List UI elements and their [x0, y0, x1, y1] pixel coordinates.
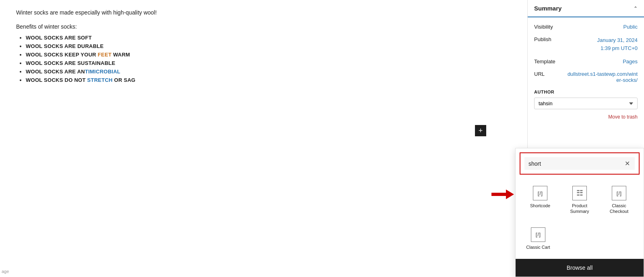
list-item: WOOL SOCKS KEEP YOUR FEET WARM — [26, 52, 511, 58]
highlight-anti: TIMICROBIAL — [85, 69, 120, 75]
highlight-stretch: STRETCH — [87, 77, 113, 83]
classic-checkout-block-item[interactable]: [/] Classic Checkout — [601, 182, 637, 219]
list-item: WOOL SOCKS ARE DURABLE — [26, 43, 511, 49]
block-search-input[interactable] — [528, 160, 624, 167]
classic-cart-icon: [/] — [531, 227, 545, 242]
publish-label: Publish — [534, 36, 566, 42]
url-value[interactable]: dullstreet.s1-tastewp.com/winter-socks/ — [566, 71, 638, 83]
add-block-button-area: + — [475, 125, 486, 136]
template-row: Template Pages — [534, 58, 638, 65]
page-label: age — [2, 269, 9, 274]
list-item: WOOL SOCKS DO NOT STRETCH OR SAG — [26, 77, 511, 83]
author-section: AUTHOR tahsin — [534, 90, 638, 109]
red-arrow-indicator — [491, 189, 514, 200]
product-summary-block-item[interactable]: ☷ Product Summary — [561, 182, 598, 219]
svg-marker-0 — [491, 190, 514, 199]
product-summary-icon: ☷ — [572, 186, 587, 200]
publish-row: Publish January 31, 20241:39 pm UTC+0 — [534, 36, 638, 52]
template-value[interactable]: Pages — [623, 58, 638, 65]
intro-paragraph: Winter socks are made especially with hi… — [16, 8, 511, 17]
visibility-row: Visibility Public — [534, 24, 638, 30]
summary-panel-header[interactable]: Summary ⌃ — [528, 0, 644, 17]
list-item: WOOL SOCKS ARE SUSTAINABLE — [26, 60, 511, 66]
classic-cart-row: [/] Classic Cart — [516, 222, 644, 259]
block-inserter-popup: ✕ [/] Shortcode ☷ Product Summary [/] Cl… — [515, 148, 644, 277]
browse-all-button[interactable]: Browse all — [516, 259, 644, 277]
publish-value[interactable]: January 31, 20241:39 pm UTC+0 — [597, 36, 638, 52]
list-item: WOOL SOCKS ARE ANTIMICROBIAL — [26, 69, 511, 75]
author-label: AUTHOR — [534, 90, 638, 94]
search-wrapper: ✕ — [520, 152, 640, 175]
classic-checkout-icon: [/] — [612, 186, 626, 200]
highlight-feet: FEET — [98, 52, 111, 58]
benefits-heading: Benefits of winter socks: — [16, 23, 511, 30]
search-clear-button[interactable]: ✕ — [624, 160, 631, 167]
author-select[interactable]: tahsin — [534, 98, 638, 109]
add-block-button[interactable]: + — [475, 125, 486, 136]
editor-content: Winter socks are made especially with hi… — [0, 0, 527, 277]
list-item: WOOL SOCKS ARE SOFT — [26, 35, 511, 41]
template-label: Template — [534, 58, 566, 65]
visibility-label: Visibility — [534, 24, 566, 30]
classic-cart-block-item[interactable]: [/] Classic Cart — [522, 223, 554, 254]
search-inner: ✕ — [524, 157, 635, 170]
classic-cart-label: Classic Cart — [526, 244, 550, 250]
benefits-list: WOOL SOCKS ARE SOFT WOOL SOCKS ARE DURAB… — [16, 35, 511, 83]
shortcode-label: Shortcode — [530, 203, 550, 208]
visibility-value[interactable]: Public — [623, 24, 638, 30]
product-summary-label: Product Summary — [564, 203, 595, 215]
summary-title: Summary — [534, 5, 561, 12]
chevron-up-icon: ⌃ — [634, 6, 638, 11]
url-row: URL dullstreet.s1-tastewp.com/winter-soc… — [534, 71, 638, 83]
block-grid: [/] Shortcode ☷ Product Summary [/] Clas… — [516, 177, 644, 222]
move-to-trash-button[interactable]: Move to trash — [608, 114, 638, 120]
classic-checkout-label: Classic Checkout — [603, 203, 635, 215]
shortcode-block-item[interactable]: [/] Shortcode — [522, 182, 558, 219]
url-label: URL — [534, 71, 566, 77]
trash-row: Move to trash — [534, 114, 638, 120]
shortcode-icon: [/] — [533, 186, 547, 200]
